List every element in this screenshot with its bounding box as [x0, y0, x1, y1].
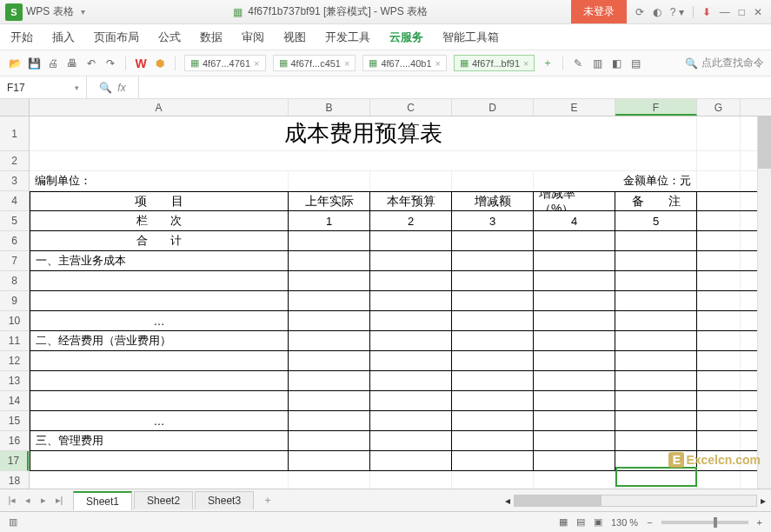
subheader-label[interactable]: 栏 次 [30, 211, 289, 230]
col-header-f[interactable]: F [615, 99, 697, 116]
select-all-corner[interactable] [0, 99, 30, 116]
row-header[interactable]: 17 [0, 451, 29, 471]
sheet-title[interactable]: 成本费用预算表 [30, 116, 697, 150]
sheet-tab-3[interactable]: Sheet3 [195, 491, 254, 509]
col-header-b[interactable]: B [289, 99, 370, 116]
row-header[interactable]: 10 [0, 311, 29, 331]
row-header[interactable]: 3 [0, 171, 29, 191]
row-header[interactable]: 1 [0, 116, 29, 151]
redo-icon[interactable]: ↷ [103, 56, 118, 71]
header-diff[interactable]: 增减额 [452, 192, 534, 210]
close-icon[interactable]: × [344, 58, 349, 69]
add-tab-button[interactable]: ＋ [540, 56, 555, 71]
close-button[interactable]: ✕ [754, 6, 762, 18]
header-budget[interactable]: 本年预算 [370, 192, 452, 210]
col-header-d[interactable]: D [452, 99, 534, 116]
wps-w-icon[interactable]: W [133, 56, 149, 71]
tab-nav-next[interactable]: ▸ [37, 495, 50, 506]
save-icon[interactable]: 💾 [26, 56, 42, 71]
row-header[interactable]: 14 [0, 391, 29, 411]
app-menu-dropdown[interactable]: ▾ [81, 7, 85, 17]
row-header[interactable]: 7 [0, 251, 29, 271]
undo-icon[interactable]: ↶ [83, 56, 99, 71]
row-header[interactable]: 5 [0, 211, 29, 231]
tab-nav-first[interactable]: |◂ [5, 495, 19, 506]
name-box[interactable]: F17▾ [0, 76, 87, 98]
menu-insert[interactable]: 插入 [52, 30, 75, 45]
view-page-icon[interactable]: ▤ [576, 516, 585, 528]
view-normal-icon[interactable]: ▦ [559, 516, 568, 528]
row-header[interactable]: 18 [0, 471, 29, 489]
login-button[interactable]: 未登录 [571, 0, 627, 23]
menu-review[interactable]: 审阅 [242, 30, 264, 45]
help-icon[interactable]: ? ▾ [670, 6, 684, 18]
minimize-button[interactable]: — [720, 6, 730, 18]
menu-view[interactable]: 视图 [283, 30, 306, 45]
col-header-g[interactable]: G [697, 99, 741, 116]
search-command[interactable]: 🔍 点此查找命令 [685, 56, 764, 70]
view-break-icon[interactable]: ▣ [594, 516, 602, 528]
row-header[interactable]: 2 [0, 151, 29, 171]
row-header[interactable]: 4 [0, 191, 29, 211]
cells-area[interactable]: 成本费用预算表 编制单位： 金额单位：元 项 目 上年实际 本年预 [30, 116, 771, 489]
row-header[interactable]: 16 [0, 431, 29, 451]
add-sheet-button[interactable]: ＋ [256, 490, 280, 510]
menu-start[interactable]: 开始 [10, 30, 33, 45]
header-prev[interactable]: 上年实际 [289, 192, 370, 210]
header-remark[interactable]: 备 注 [615, 192, 697, 210]
sync-icon[interactable]: ⟳ [635, 6, 644, 18]
money-unit[interactable]: 金额单位：元 [534, 171, 697, 190]
unit-label[interactable]: 编制单位： [30, 171, 289, 190]
horizontal-scrollbar[interactable]: ◂ ▸ [280, 495, 766, 507]
row-header[interactable]: 11 [0, 331, 29, 351]
open-icon[interactable]: 📂 [7, 56, 23, 71]
sheet-tab-1[interactable]: Sheet1 [73, 491, 132, 510]
menu-cloud[interactable]: 云服务 [389, 30, 423, 45]
sheet-tab-2[interactable]: Sheet2 [134, 491, 193, 509]
menu-formula[interactable]: 公式 [158, 30, 181, 45]
doc-tab-0[interactable]: ▦4f67...4761× [184, 55, 266, 71]
col-header-a[interactable]: A [30, 99, 289, 116]
close-icon[interactable]: × [523, 58, 528, 69]
zoom-out-button[interactable]: − [647, 517, 652, 528]
menu-smarttools[interactable]: 智能工具箱 [442, 30, 499, 45]
scroll-right-icon[interactable]: ▸ [761, 495, 766, 507]
menu-data[interactable]: 数据 [200, 30, 223, 45]
close-icon[interactable]: × [435, 58, 441, 69]
tool-icon-3[interactable]: ◧ [608, 56, 624, 71]
download-icon[interactable]: ⬇ [702, 6, 711, 18]
close-icon[interactable]: × [254, 58, 259, 69]
row-header[interactable]: 9 [0, 291, 29, 311]
row-header[interactable]: 13 [0, 371, 29, 391]
tab-nav-last[interactable]: ▸| [52, 495, 66, 506]
menu-pagelayout[interactable]: 页面布局 [94, 30, 139, 45]
zoom-slider[interactable] [661, 521, 748, 524]
row-header[interactable]: 12 [0, 351, 29, 371]
header-item[interactable]: 项 目 [30, 192, 289, 210]
tool-icon-4[interactable]: ▤ [628, 56, 643, 71]
cube-icon[interactable]: ⬢ [152, 56, 168, 71]
fx-label[interactable]: fx [117, 82, 125, 94]
zoom-in-button[interactable]: + [757, 517, 762, 528]
menu-devtools[interactable]: 开发工具 [325, 30, 370, 45]
row-header[interactable]: 8 [0, 271, 29, 291]
skin-icon[interactable]: ◐ [653, 6, 661, 18]
print-preview-icon[interactable]: 🖨 [45, 56, 61, 71]
scroll-left-icon[interactable]: ◂ [505, 495, 510, 507]
print-icon[interactable]: 🖶 [64, 56, 80, 71]
row-header[interactable]: 6 [0, 231, 29, 251]
vertical-scrollbar[interactable] [757, 116, 771, 489]
magnify-icon[interactable]: 🔍 [99, 82, 112, 94]
status-mode-icon[interactable]: ▥ [9, 516, 17, 528]
maximize-button[interactable]: □ [739, 6, 745, 18]
formula-input[interactable] [139, 76, 771, 98]
col-header-c[interactable]: C [370, 99, 452, 116]
tab-nav-prev[interactable]: ◂ [21, 495, 35, 506]
col-header-e[interactable]: E [534, 99, 615, 116]
doc-tab-1[interactable]: ▦4f67f...c451× [273, 55, 356, 71]
row-header[interactable]: 15 [0, 411, 29, 431]
doc-tab-2[interactable]: ▦4f67....40b1× [362, 55, 447, 71]
header-rate[interactable]: 增减率（%） [534, 192, 615, 210]
doc-tab-3[interactable]: ▦4f67f...bf91× [454, 55, 535, 71]
tool-icon-1[interactable]: ✎ [570, 56, 586, 71]
